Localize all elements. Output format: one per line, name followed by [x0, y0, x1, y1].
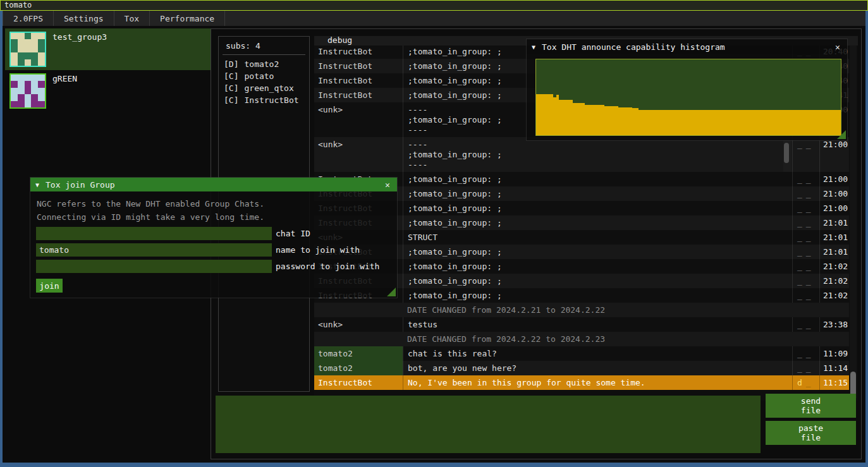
avatar-pixel	[38, 59, 45, 66]
chat-scrollbar[interactable]	[850, 44, 857, 398]
message-line: chat is this real?	[408, 349, 792, 359]
avatar-pixel	[38, 81, 45, 87]
avatar-pixel	[18, 101, 25, 107]
message-line: ;tomato_in_group: ;	[408, 218, 792, 228]
delivered-flag: _	[797, 262, 806, 271]
sidebar-item-test_group3[interactable]: test_group3	[5, 28, 211, 70]
avatar-pixel	[38, 46, 45, 52]
avatar-pixel	[25, 81, 32, 87]
close-icon[interactable]: ✕	[382, 180, 393, 190]
message-sender: InstructBot	[314, 73, 403, 88]
message-timestamp: 21:00	[819, 186, 849, 201]
chat-message-row[interactable]: InstructBotNo, I've been in this group f…	[314, 375, 849, 390]
collapse-arrow-icon[interactable]: ▼	[532, 44, 535, 51]
member-row-green_qtox[interactable]: [C]green_qtox	[219, 82, 309, 94]
message-input[interactable]	[216, 396, 761, 453]
chat-message-row[interactable]: <unk>----;tomato_in_group: ;----__21:00	[314, 137, 849, 172]
chat-message-row[interactable]: tomato2chat is this real?__11:09	[314, 346, 849, 361]
histogram-bar	[618, 107, 632, 135]
histogram-bar	[573, 103, 585, 135]
message-status-flags: __	[792, 215, 819, 230]
message-status-flags: __	[792, 245, 819, 259]
delivered-flag: d	[797, 378, 806, 387]
chat-id-input[interactable]	[36, 227, 272, 240]
join-name-input[interactable]	[36, 243, 272, 257]
delivered-flag: _	[797, 203, 806, 213]
message-line: ----	[408, 140, 792, 150]
chat-message-row[interactable]: tomato2bot, are you new here?__11:14	[314, 361, 849, 375]
read-flag: _	[806, 233, 815, 242]
dht-histogram-plot	[535, 59, 841, 136]
delivered-flag: _	[797, 140, 806, 149]
menu-item-tox[interactable]: Tox	[114, 11, 150, 26]
os-window-title: tomato	[4, 1, 32, 9]
menu-item-performance[interactable]: Performance	[150, 11, 225, 26]
avatar-pixel	[38, 88, 45, 94]
avatar-pixel	[31, 88, 38, 94]
subs-count-label: subs: 4	[219, 37, 309, 51]
message-timestamp: 21:02	[819, 274, 849, 288]
read-flag: _	[806, 276, 815, 286]
member-row-potato[interactable]: [C]potato	[219, 70, 309, 82]
sidebar-item-green[interactable]: gREEN	[5, 70, 211, 112]
join-password-input[interactable]	[36, 260, 272, 273]
message-timestamp: 11:09	[819, 346, 849, 361]
member-row-instructbot[interactable]: [C]InstructBot	[219, 94, 309, 106]
chat-message-row[interactable]: <unk>testus__23:38	[314, 317, 849, 332]
paste-file-button[interactable]: paste file	[766, 421, 856, 445]
resize-grip[interactable]	[837, 130, 846, 139]
message-timestamp: 21:02	[819, 288, 849, 303]
avatar-pixel	[38, 52, 45, 59]
message-line: bot, are you new here?	[408, 363, 792, 373]
send-file-button[interactable]: send file	[766, 394, 856, 418]
member-list: [D]tomato2[C]potato[C]green_qtox[C]Instr…	[219, 58, 309, 106]
description-line: Connecting via ID might take a very long…	[37, 210, 397, 224]
message-line: ----	[408, 160, 792, 170]
message-line: STRUCT	[408, 233, 792, 243]
group-name-label: test_group3	[52, 32, 107, 67]
message-scrollbar[interactable]	[783, 137, 792, 172]
paste-file-label-line2: file	[801, 433, 821, 442]
message-sender: InstructBot	[314, 88, 403, 102]
join-field-row: name to join with	[36, 243, 397, 257]
menu-item-2-0fps[interactable]: 2.0FPS	[3, 11, 54, 26]
message-text: chat is this real?	[403, 346, 792, 361]
message-status-flags: __	[792, 361, 819, 375]
read-flag: _	[806, 320, 815, 329]
menu-item-settings[interactable]: Settings	[54, 11, 114, 26]
os-titlebar[interactable]: tomato	[0, 0, 868, 11]
message-status-flags: __	[792, 137, 819, 172]
date-changed-label: DATE CHANGED from 2024.2.21 to 2024.2.22	[314, 303, 605, 317]
message-timestamp: 11:15	[819, 375, 849, 390]
member-role-tag: [C]	[224, 95, 238, 105]
avatar-pixel	[11, 94, 18, 100]
message-scrollbar-thumb[interactable]	[784, 143, 789, 163]
message-sender: InstructBot	[314, 375, 403, 390]
member-name: potato	[244, 71, 274, 81]
avatar-pixel	[11, 75, 18, 81]
member-role-tag: [D]	[224, 59, 238, 69]
read-flag: _	[806, 189, 815, 198]
close-icon[interactable]: ✕	[832, 42, 843, 52]
join-field-label: password to join with	[276, 262, 379, 271]
message-text: ----;tomato_in_group: ;----	[403, 137, 792, 172]
resize-grip[interactable]	[387, 288, 396, 296]
join-group-titlebar[interactable]: ▼ Tox join Group ✕	[30, 178, 397, 191]
message-timestamp: 21:01	[819, 215, 849, 230]
message-sender: InstructBot	[314, 44, 403, 59]
delivered-flag: _	[797, 349, 806, 358]
member-role-tag: [C]	[224, 83, 238, 93]
message-text: testus	[403, 317, 792, 332]
member-row-tomato2[interactable]: [D]tomato2	[219, 58, 309, 70]
dht-histogram-titlebar[interactable]: ▼ Tox DHT announce capability histogram …	[527, 39, 847, 54]
join-button[interactable]: join	[36, 279, 63, 293]
avatar-pixel	[25, 88, 32, 94]
avatar-pixel	[38, 75, 45, 81]
message-text: ;tomato_in_group: ;	[403, 245, 792, 259]
join-group-window: ▼ Tox join Group ✕ NGC refers to the New…	[30, 178, 397, 298]
avatar-pixel	[11, 52, 18, 59]
date-separator-row: DATE CHANGED from 2024.2.22 to 2024.2.23	[314, 332, 849, 346]
message-status-flags: __	[792, 274, 819, 288]
collapse-arrow-icon[interactable]: ▼	[35, 181, 39, 188]
dht-histogram-window: ▼ Tox DHT announce capability histogram …	[527, 39, 847, 140]
